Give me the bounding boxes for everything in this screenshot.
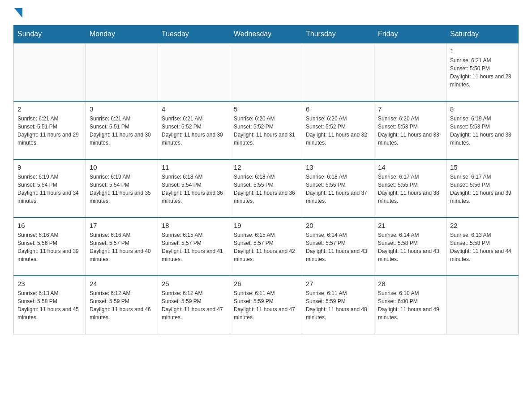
calendar-day-cell: 23Sunrise: 6:13 AM Sunset: 5:58 PM Dayli… — [14, 276, 86, 334]
day-info: Sunrise: 6:15 AM Sunset: 5:57 PM Dayligh… — [162, 231, 226, 263]
weekday-header-thursday: Thursday — [302, 26, 374, 43]
day-number: 4 — [162, 105, 226, 113]
day-info: Sunrise: 6:10 AM Sunset: 6:00 PM Dayligh… — [378, 289, 442, 321]
day-number: 20 — [306, 222, 370, 229]
calendar-day-cell: 10Sunrise: 6:19 AM Sunset: 5:54 PM Dayli… — [86, 159, 158, 218]
day-number: 7 — [378, 105, 442, 113]
calendar-day-cell: 11Sunrise: 6:18 AM Sunset: 5:54 PM Dayli… — [158, 159, 230, 218]
day-info: Sunrise: 6:19 AM Sunset: 5:54 PM Dayligh… — [90, 173, 154, 205]
calendar-week-row: 16Sunrise: 6:16 AM Sunset: 5:56 PM Dayli… — [14, 218, 519, 276]
day-number: 14 — [378, 163, 442, 171]
day-info: Sunrise: 6:20 AM Sunset: 5:52 PM Dayligh… — [306, 115, 370, 147]
day-number: 26 — [234, 280, 298, 287]
calendar-day-cell: 12Sunrise: 6:18 AM Sunset: 5:55 PM Dayli… — [230, 159, 302, 218]
calendar-body: 1Sunrise: 6:21 AM Sunset: 5:50 PM Daylig… — [14, 43, 519, 334]
page-header — [13, 9, 519, 16]
calendar-day-cell: 1Sunrise: 6:21 AM Sunset: 5:50 PM Daylig… — [446, 43, 519, 101]
day-info: Sunrise: 6:16 AM Sunset: 5:57 PM Dayligh… — [90, 231, 154, 263]
day-number: 1 — [450, 47, 515, 55]
calendar-day-cell: 16Sunrise: 6:16 AM Sunset: 5:56 PM Dayli… — [14, 218, 86, 276]
weekday-header-saturday: Saturday — [446, 26, 519, 43]
weekday-header-sunday: Sunday — [14, 26, 86, 43]
day-number: 24 — [90, 280, 154, 287]
day-info: Sunrise: 6:13 AM Sunset: 5:58 PM Dayligh… — [450, 231, 515, 263]
weekday-header-wednesday: Wednesday — [230, 26, 302, 43]
day-info: Sunrise: 6:11 AM Sunset: 5:59 PM Dayligh… — [234, 289, 298, 321]
day-number: 28 — [378, 280, 442, 287]
calendar-day-cell — [158, 43, 230, 101]
day-info: Sunrise: 6:13 AM Sunset: 5:58 PM Dayligh… — [17, 289, 82, 321]
day-number: 9 — [17, 163, 82, 171]
calendar-day-cell: 18Sunrise: 6:15 AM Sunset: 5:57 PM Dayli… — [158, 218, 230, 276]
calendar-day-cell — [446, 276, 519, 334]
calendar-day-cell: 26Sunrise: 6:11 AM Sunset: 5:59 PM Dayli… — [230, 276, 302, 334]
calendar-day-cell: 21Sunrise: 6:14 AM Sunset: 5:58 PM Dayli… — [374, 218, 446, 276]
calendar-day-cell: 8Sunrise: 6:19 AM Sunset: 5:53 PM Daylig… — [446, 101, 519, 159]
calendar-day-cell: 22Sunrise: 6:13 AM Sunset: 5:58 PM Dayli… — [446, 218, 519, 276]
calendar-day-cell: 15Sunrise: 6:17 AM Sunset: 5:56 PM Dayli… — [446, 159, 519, 218]
day-info: Sunrise: 6:19 AM Sunset: 5:53 PM Dayligh… — [450, 115, 515, 147]
day-info: Sunrise: 6:18 AM Sunset: 5:55 PM Dayligh… — [306, 173, 370, 205]
calendar-day-cell — [86, 43, 158, 101]
calendar-table: SundayMondayTuesdayWednesdayThursdayFrid… — [13, 25, 519, 334]
calendar-day-cell: 19Sunrise: 6:15 AM Sunset: 5:57 PM Dayli… — [230, 218, 302, 276]
calendar-day-cell — [374, 43, 446, 101]
calendar-day-cell — [302, 43, 374, 101]
day-number: 25 — [162, 280, 226, 287]
day-info: Sunrise: 6:18 AM Sunset: 5:54 PM Dayligh… — [162, 173, 226, 205]
day-info: Sunrise: 6:12 AM Sunset: 5:59 PM Dayligh… — [90, 289, 154, 321]
day-number: 27 — [306, 280, 370, 287]
calendar-day-cell: 14Sunrise: 6:17 AM Sunset: 5:55 PM Dayli… — [374, 159, 446, 218]
day-number: 21 — [378, 222, 442, 229]
day-number: 3 — [90, 105, 154, 113]
day-info: Sunrise: 6:17 AM Sunset: 5:55 PM Dayligh… — [378, 173, 442, 205]
day-info: Sunrise: 6:16 AM Sunset: 5:56 PM Dayligh… — [17, 231, 82, 263]
day-number: 10 — [90, 163, 154, 171]
day-number: 13 — [306, 163, 370, 171]
calendar-day-cell: 7Sunrise: 6:20 AM Sunset: 5:53 PM Daylig… — [374, 101, 446, 159]
day-info: Sunrise: 6:12 AM Sunset: 5:59 PM Dayligh… — [162, 289, 226, 321]
day-number: 8 — [450, 105, 515, 113]
day-number: 12 — [234, 163, 298, 171]
calendar-day-cell: 6Sunrise: 6:20 AM Sunset: 5:52 PM Daylig… — [302, 101, 374, 159]
day-info: Sunrise: 6:20 AM Sunset: 5:53 PM Dayligh… — [378, 115, 442, 147]
calendar-day-cell: 5Sunrise: 6:20 AM Sunset: 5:52 PM Daylig… — [230, 101, 302, 159]
calendar-week-row: 23Sunrise: 6:13 AM Sunset: 5:58 PM Dayli… — [14, 276, 519, 334]
calendar-week-row: 2Sunrise: 6:21 AM Sunset: 5:51 PM Daylig… — [14, 101, 519, 159]
calendar-day-cell: 4Sunrise: 6:21 AM Sunset: 5:52 PM Daylig… — [158, 101, 230, 159]
svg-marker-0 — [14, 8, 22, 18]
logo-triangle-icon — [14, 8, 22, 18]
day-info: Sunrise: 6:18 AM Sunset: 5:55 PM Dayligh… — [234, 173, 298, 205]
day-number: 18 — [162, 222, 226, 229]
day-number: 11 — [162, 163, 226, 171]
calendar-week-row: 9Sunrise: 6:19 AM Sunset: 5:54 PM Daylig… — [14, 159, 519, 218]
day-info: Sunrise: 6:17 AM Sunset: 5:56 PM Dayligh… — [450, 173, 515, 205]
calendar-day-cell: 25Sunrise: 6:12 AM Sunset: 5:59 PM Dayli… — [158, 276, 230, 334]
day-info: Sunrise: 6:21 AM Sunset: 5:51 PM Dayligh… — [90, 115, 154, 147]
calendar-week-row: 1Sunrise: 6:21 AM Sunset: 5:50 PM Daylig… — [14, 43, 519, 101]
calendar-day-cell: 9Sunrise: 6:19 AM Sunset: 5:54 PM Daylig… — [14, 159, 86, 218]
day-number: 5 — [234, 105, 298, 113]
calendar-day-cell: 24Sunrise: 6:12 AM Sunset: 5:59 PM Dayli… — [86, 276, 158, 334]
day-info: Sunrise: 6:21 AM Sunset: 5:52 PM Dayligh… — [162, 115, 226, 147]
day-number: 16 — [17, 222, 82, 229]
day-number: 15 — [450, 163, 515, 171]
day-info: Sunrise: 6:20 AM Sunset: 5:52 PM Dayligh… — [234, 115, 298, 147]
calendar-day-cell: 17Sunrise: 6:16 AM Sunset: 5:57 PM Dayli… — [86, 218, 158, 276]
weekday-header-monday: Monday — [86, 26, 158, 43]
weekday-header-row: SundayMondayTuesdayWednesdayThursdayFrid… — [14, 26, 519, 43]
calendar-day-cell: 3Sunrise: 6:21 AM Sunset: 5:51 PM Daylig… — [86, 101, 158, 159]
calendar-day-cell: 2Sunrise: 6:21 AM Sunset: 5:51 PM Daylig… — [14, 101, 86, 159]
day-info: Sunrise: 6:11 AM Sunset: 5:59 PM Dayligh… — [306, 289, 370, 321]
day-info: Sunrise: 6:19 AM Sunset: 5:54 PM Dayligh… — [17, 173, 82, 205]
weekday-header-tuesday: Tuesday — [158, 26, 230, 43]
calendar-day-cell: 13Sunrise: 6:18 AM Sunset: 5:55 PM Dayli… — [302, 159, 374, 218]
day-number: 17 — [90, 222, 154, 229]
day-number: 19 — [234, 222, 298, 229]
day-info: Sunrise: 6:21 AM Sunset: 5:51 PM Dayligh… — [17, 115, 82, 147]
weekday-header-friday: Friday — [374, 26, 446, 43]
day-number: 23 — [17, 280, 82, 287]
day-info: Sunrise: 6:21 AM Sunset: 5:50 PM Dayligh… — [450, 56, 515, 89]
calendar-day-cell — [230, 43, 302, 101]
day-number: 22 — [450, 222, 515, 229]
